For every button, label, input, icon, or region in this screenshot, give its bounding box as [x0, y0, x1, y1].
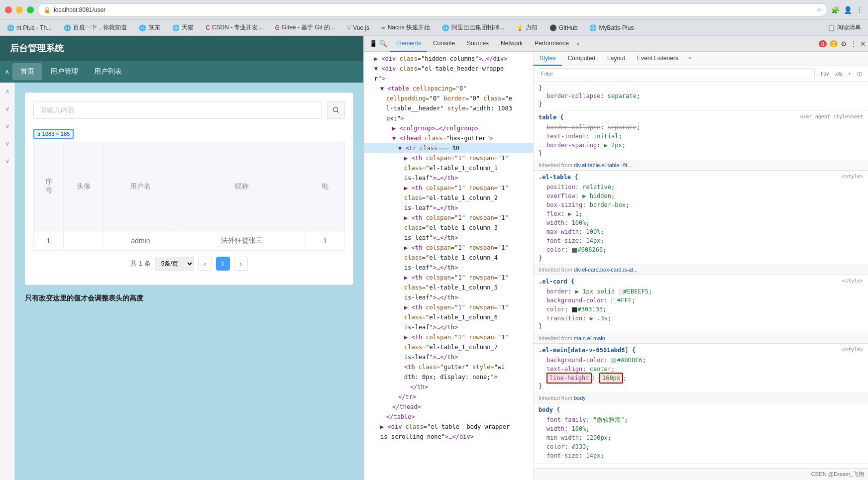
dom-line[interactable]: ▶ <th colspan="1" rowspan="1" [364, 213, 533, 223]
tab-sources[interactable]: Sources [461, 36, 495, 52]
dom-line[interactable]: dth: 0px; display: none;"> [364, 372, 533, 382]
sidebar-arrow-1[interactable]: ∧ [0, 88, 14, 95]
star-icon[interactable]: ☆ [817, 6, 822, 13]
bookmark-vuejs[interactable]: V Vue.js [344, 23, 372, 32]
styles-prop-border[interactable]: border: ▶ 1px solid #EBEEF5; [539, 287, 863, 296]
dom-line[interactable]: </th> [364, 382, 533, 392]
bookmark-baidu[interactable]: 🌐 百度一下，你就知道 [61, 22, 130, 33]
bookmark-csdn[interactable]: C CSDN - 专业开发... [203, 22, 266, 33]
styles-prop-font-size[interactable]: font-size: 14px; [539, 236, 863, 245]
dom-line[interactable]: ▶ <th colspan="1" rowspan="1" [364, 183, 533, 193]
dom-line[interactable]: ▶ <div class="hidden-columns">…</div> [364, 54, 533, 64]
filter-plus-btn[interactable]: + [846, 70, 854, 78]
styles-tab-layout[interactable]: Layout [601, 52, 631, 66]
close-icon[interactable] [5, 6, 12, 13]
dom-line[interactable]: ▶ <colgroup>…</colgroup> [364, 123, 533, 133]
dom-line[interactable]: </table> [364, 412, 533, 422]
dom-line[interactable]: is-leaf">…</th> [364, 352, 533, 362]
styles-prop-color[interactable]: color: #606266; [539, 245, 863, 254]
dom-line[interactable]: ▶ <th colspan="1" rowspan="1" [364, 153, 533, 163]
search-button[interactable] [327, 101, 345, 119]
filter-expand-btn[interactable]: ◫ [855, 70, 864, 78]
styles-filter-input[interactable] [538, 68, 815, 79]
dom-line[interactable]: </thead> [364, 402, 533, 412]
styles-tab-styles[interactable]: Styles [534, 52, 562, 66]
bookmark-mybatis[interactable]: 🌐 MyBatis-Plus [586, 23, 637, 32]
address-bar[interactable]: 🔒 localhost:8081/user ☆ [38, 3, 827, 16]
maximize-icon[interactable] [27, 6, 34, 13]
dom-line[interactable]: is-leaf">…</th> [364, 263, 533, 273]
styles-prop-line-height[interactable]: line-height: 160px; [539, 374, 627, 383]
sidebar-arrow-3[interactable]: ∨ [0, 122, 14, 130]
tab-console[interactable]: Console [427, 36, 461, 52]
styles-prop-transition[interactable]: transition: ▶ .3s; [539, 314, 863, 323]
dom-line[interactable]: ▶ <th colspan="1" rowspan="1" [364, 243, 533, 253]
extensions-icon[interactable]: 🧩 [831, 6, 840, 14]
dom-line[interactable]: ▼ <table cellspacing="0" [364, 84, 533, 94]
styles-prop-color-card[interactable]: color: #303133; [539, 305, 863, 314]
dom-line[interactable]: class="el-table_1_column_1 [364, 163, 533, 173]
dom-line[interactable]: <th class="gutter" style="wi [364, 362, 533, 372]
sidebar-arrow-4[interactable]: ∨ [0, 140, 14, 147]
dom-line[interactable]: ▶ <th colspan="1" rowspan="1" [364, 332, 533, 342]
styles-prop-font-family[interactable]: font-family: "微软雅黑"; [539, 415, 863, 424]
styles-prop-bg-color-main[interactable]: background-color: #ADD8E6; [539, 356, 863, 365]
page-next-button[interactable]: › [234, 257, 248, 271]
dom-line[interactable]: ▼ <div class="el-table_header-wrappe [364, 64, 533, 74]
dom-line-selected[interactable]: ▼ <tr class=== $0 [364, 143, 533, 153]
nav-item-user-list[interactable]: 用户列表 [86, 63, 130, 80]
styles-prop-border-collapse[interactable]: border-collapse: separate; [539, 123, 863, 132]
dom-line[interactable]: ▶ <th colspan="1" rowspan="1" [364, 273, 533, 283]
device-toggle-icon[interactable]: 📱 [369, 40, 377, 47]
dom-line[interactable]: is-leaf">…</th> [364, 173, 533, 183]
minimize-icon[interactable] [16, 6, 23, 13]
dom-line[interactable]: r"> [364, 74, 533, 84]
dom-line[interactable]: is-scrolling-none">…</div> [364, 432, 533, 442]
more-styles-tabs-icon[interactable]: » [686, 52, 693, 66]
page-current[interactable]: 1 [216, 257, 230, 271]
styles-prop-background-color[interactable]: background-color: #FFF; [539, 296, 863, 305]
styles-prop-text-indent[interactable]: text-indent: initial; [539, 132, 863, 141]
styles-prop-font-size-body[interactable]: font-size: 14px; [539, 451, 863, 460]
dom-line[interactable]: class="el-table_1_column_6 [364, 312, 533, 322]
inspect-icon[interactable]: 🔍 [379, 40, 387, 47]
dom-line[interactable]: class="el-table_1_column_7 [364, 342, 533, 352]
page-size-select[interactable]: 5条/页 10条/页 20条/页 [155, 257, 194, 271]
menu-icon[interactable]: ⋮ [856, 6, 863, 14]
filter-hov-btn[interactable]: :hov [817, 70, 831, 78]
sidebar-arrow-5[interactable]: ∨ [0, 157, 14, 165]
page-prev-button[interactable]: ‹ [198, 257, 212, 271]
dom-line[interactable]: class="el-table_1_column_5 [364, 283, 533, 292]
styles-prop-border-spacing[interactable]: border-spacing: ▶ 2px; [539, 141, 863, 150]
styles-prop-color-body[interactable]: color: #333; [539, 442, 863, 451]
dom-line[interactable]: ▼ <thead class="has-gutter"> [364, 133, 533, 143]
bookmark-tmall[interactable]: 🌐 天猫 [169, 22, 197, 33]
dom-line[interactable]: is-leaf">…</th> [364, 292, 533, 302]
devtools-more-icon[interactable]: ⋮ [850, 40, 857, 48]
styles-prop-flex[interactable]: flex: ▶ 1; [539, 209, 863, 218]
sidebar-toggle-top[interactable]: ∧ [5, 68, 9, 75]
bookmark-github[interactable]: ⚫ GitHub [546, 23, 580, 32]
styles-tab-computed[interactable]: Computed [562, 52, 601, 66]
dom-line[interactable]: class="el-table_1_column_2 [364, 193, 533, 203]
tab-elements[interactable]: Elements [390, 36, 427, 52]
styles-prop-line-height-container[interactable]: line-height: 160px; [539, 374, 863, 383]
styles-prop-overflow[interactable]: overflow: ▶ hidden; [539, 192, 863, 200]
filter-cls-btn[interactable]: .cls [832, 70, 845, 78]
bookmark-nacos[interactable]: ∞ Nacos 快速开始 [378, 22, 433, 33]
styles-prop-position[interactable]: position: relative; [539, 183, 863, 192]
dom-line[interactable]: ▶ <th colspan="1" rowspan="1" [364, 302, 533, 312]
bookmark-jd[interactable]: 🌐 京东 [136, 22, 163, 33]
dom-line[interactable]: is-leaf">…</th> [364, 233, 533, 243]
styles-prop-width[interactable]: width: 100%; [539, 218, 863, 227]
dom-line[interactable]: px;"> [364, 113, 533, 123]
dom-line[interactable]: ▶ <div class="el-table__body-wrapper [364, 422, 533, 432]
bookmark-gitee[interactable]: G Gitee - 基于 Git 的... [272, 22, 338, 33]
dom-line[interactable]: </tr> [364, 392, 533, 402]
bookmark-nt-plus[interactable]: 🌐 nt Plus - Th... [4, 23, 55, 32]
styles-tab-events[interactable]: Event Listeners [631, 52, 684, 66]
tab-network[interactable]: Network [495, 36, 529, 52]
styles-prop-min-width[interactable]: min-width: 1200px; [539, 433, 863, 442]
dom-line[interactable]: cellpadding="0" border="0" class="e [364, 94, 533, 103]
styles-prop-box-sizing[interactable]: box-sizing: border-box; [539, 200, 863, 209]
